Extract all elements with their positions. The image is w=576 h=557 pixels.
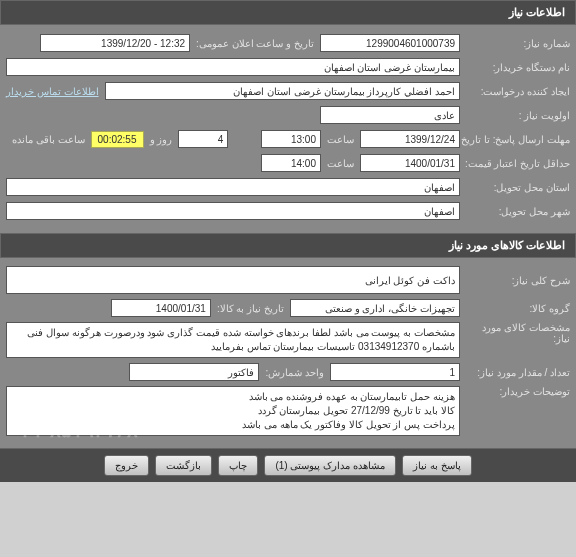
goods-info-content: شرح کلی نیاز: داکت فن کوئل ایرانی گروه ک… bbox=[0, 258, 576, 448]
days-remaining-field: 4 bbox=[178, 130, 228, 148]
validity-label: حداقل تاریخ اعتبار قیمت: bbox=[460, 158, 570, 169]
public-announce-label: تاریخ و ساعت اعلان عمومی: bbox=[190, 38, 320, 49]
need-number-label: شماره نیاز: bbox=[460, 38, 570, 49]
need-info-title: اطلاعات نیاز bbox=[509, 6, 565, 18]
buyer-org-field: بیمارستان غرضی استان اصفهان bbox=[6, 58, 460, 76]
days-remaining-label: روز و bbox=[144, 134, 179, 145]
priority-label: اولویت نیاز : bbox=[460, 110, 570, 121]
deadline-time-field: 13:00 bbox=[261, 130, 321, 148]
validity-time-field: 14:00 bbox=[261, 154, 321, 172]
creator-label: ایجاد کننده درخواست: bbox=[460, 86, 570, 97]
attachments-button[interactable]: مشاهده مدارک پیوستی (1) bbox=[264, 455, 396, 476]
goods-info-title: اطلاعات کالاهای مورد نیاز bbox=[449, 239, 565, 251]
delivery-province-label: استان محل تحویل: bbox=[460, 182, 570, 193]
deadline-label: مهلت ارسال پاسخ: تا تاریخ : bbox=[460, 134, 570, 145]
qty-field: 1 bbox=[330, 363, 460, 381]
qty-label: تعداد / مقدار مورد نیاز: bbox=[460, 367, 570, 378]
need-number-field: 1299004601000739 bbox=[320, 34, 460, 52]
deadline-time-label: ساعت bbox=[321, 134, 360, 145]
delivery-city-label: شهر محل تحویل: bbox=[460, 206, 570, 217]
buyer-notes-field: هزینه حمل تابیمارستان به عهده فروشنده می… bbox=[6, 386, 460, 436]
exit-button[interactable]: خروج bbox=[104, 455, 149, 476]
validity-date-field: 1400/01/31 bbox=[360, 154, 460, 172]
need-date-field: 1400/01/31 bbox=[111, 299, 211, 317]
desc-field: داکت فن کوئل ایرانی bbox=[6, 266, 460, 294]
public-announce-field: 12:32 - 1399/12/20 bbox=[40, 34, 190, 52]
spec-field: مشخصات به پیوست می باشد لطفا برندهای خوا… bbox=[6, 322, 460, 358]
validity-time-label: ساعت bbox=[321, 158, 360, 169]
need-info-header: اطلاعات نیاز bbox=[0, 0, 576, 25]
contact-link[interactable]: اطلاعات تماس خریدار bbox=[6, 86, 99, 97]
footer-toolbar: پاسخ به نیاز مشاهده مدارک پیوستی (1) چاپ… bbox=[0, 448, 576, 482]
remaining-label: ساعت باقی مانده bbox=[6, 134, 91, 145]
print-button[interactable]: چاپ bbox=[218, 455, 258, 476]
group-label: گروه کالا: bbox=[460, 303, 570, 314]
priority-field: عادی bbox=[320, 106, 460, 124]
buyer-notes-label: توضیحات خریدار: bbox=[460, 386, 570, 397]
respond-button[interactable]: پاسخ به نیاز bbox=[402, 455, 472, 476]
delivery-city-field: اصفهان bbox=[6, 202, 460, 220]
need-date-label: تاریخ نیاز به کالا: bbox=[211, 303, 290, 314]
creator-field: احمد افضلي کارپرداز بیمارستان غرضی استان… bbox=[105, 82, 460, 100]
unit-label: واحد شمارش: bbox=[259, 367, 330, 378]
delivery-province-field: اصفهان bbox=[6, 178, 460, 196]
countdown-field: 00:02:55 bbox=[91, 131, 144, 148]
group-field: تجهیزات خانگی، اداری و صنعتی bbox=[290, 299, 460, 317]
buyer-org-label: نام دستگاه خریدار: bbox=[460, 62, 570, 73]
need-info-content: شماره نیاز: 1299004601000739 تاریخ و ساع… bbox=[0, 25, 576, 233]
deadline-date-field: 1399/12/24 bbox=[360, 130, 460, 148]
unit-field: فاکتور bbox=[129, 363, 259, 381]
spec-label: مشخصات کالای مورد نیاز: bbox=[460, 322, 570, 344]
goods-info-header: اطلاعات کالاهای مورد نیاز bbox=[0, 233, 576, 258]
back-button[interactable]: بازگشت bbox=[155, 455, 212, 476]
desc-label: شرح کلی نیاز: bbox=[460, 275, 570, 286]
